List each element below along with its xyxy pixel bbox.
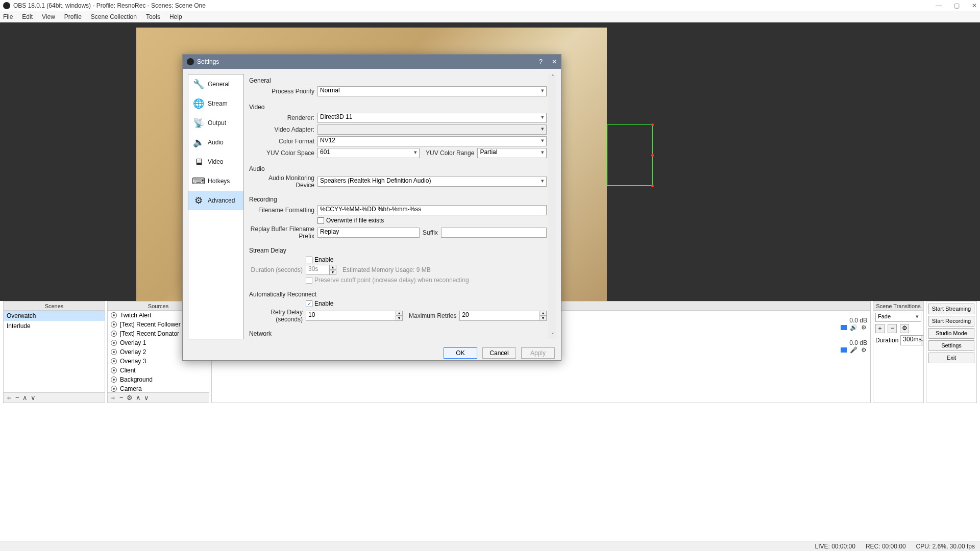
spin-down-icon[interactable]: ▼ bbox=[396, 316, 403, 321]
menu-profile[interactable]: Profile bbox=[64, 13, 82, 20]
section-recording: Recording bbox=[249, 196, 547, 203]
visibility-icon[interactable] bbox=[111, 312, 117, 318]
scroll-up-icon[interactable]: ˄ bbox=[551, 74, 554, 81]
replay-prefix-input[interactable]: Replay bbox=[317, 228, 420, 238]
dialog-title: Settings bbox=[197, 58, 539, 65]
selection-handle[interactable] bbox=[651, 185, 654, 187]
process-priority-combo[interactable]: Normal bbox=[317, 86, 547, 96]
move-down-icon[interactable]: ∨ bbox=[144, 394, 149, 402]
yuv-range-label: YUV Color Range bbox=[426, 149, 474, 157]
add-transition-icon[interactable]: ＋ bbox=[875, 324, 885, 333]
color-format-combo[interactable]: NV12 bbox=[317, 136, 547, 146]
filename-format-input[interactable]: %CCYY-%MM-%DD %hh-%mm-%ss bbox=[317, 205, 547, 215]
renderer-combo[interactable]: Direct3D 11 bbox=[317, 113, 547, 123]
add-source-icon[interactable]: ＋ bbox=[110, 393, 116, 403]
minimize-icon[interactable]: — bbox=[936, 2, 942, 9]
source-item[interactable]: Camera bbox=[108, 384, 209, 392]
scroll-down-icon[interactable]: ˅ bbox=[551, 332, 554, 339]
spin-up-icon: ▲ bbox=[329, 265, 336, 270]
exit-button[interactable]: Exit bbox=[928, 353, 974, 363]
move-down-icon[interactable]: ∨ bbox=[31, 394, 36, 402]
menu-scene-collection[interactable]: Scene Collection bbox=[91, 13, 137, 20]
close-icon[interactable]: ✕ bbox=[552, 58, 557, 65]
menu-view[interactable]: View bbox=[42, 13, 55, 20]
visibility-icon[interactable] bbox=[111, 358, 117, 364]
settings-scroll-area[interactable]: General Process Priority Normal Video Re… bbox=[249, 74, 549, 339]
transition-select[interactable]: Fade bbox=[875, 313, 921, 322]
overwrite-checkbox[interactable]: Overwrite if file exists bbox=[317, 217, 384, 224]
duration-input[interactable]: 300ms bbox=[900, 335, 921, 345]
scene-item[interactable]: Overwatch bbox=[4, 311, 105, 321]
spin-down-icon[interactable]: ▼ bbox=[540, 316, 547, 321]
volume-bar-icon[interactable] bbox=[841, 325, 847, 330]
move-up-icon[interactable]: ∧ bbox=[22, 394, 28, 402]
visibility-icon[interactable] bbox=[111, 367, 117, 373]
start-recording-button[interactable]: Start Recording bbox=[928, 316, 974, 327]
sidebar-item-video[interactable]: 🖥Video bbox=[188, 152, 243, 171]
sidebar-item-stream[interactable]: 🌐Stream bbox=[188, 94, 243, 113]
cancel-button[interactable]: Cancel bbox=[482, 347, 516, 359]
menu-edit[interactable]: Edit bbox=[22, 13, 33, 20]
ok-button[interactable]: OK bbox=[444, 347, 477, 359]
sidebar-item-audio[interactable]: 🔈Audio bbox=[188, 133, 243, 152]
menu-file[interactable]: File bbox=[3, 13, 13, 20]
visibility-icon[interactable] bbox=[111, 377, 117, 383]
menu-tools[interactable]: Tools bbox=[146, 13, 160, 20]
gear-icon[interactable]: ⚙ bbox=[860, 346, 867, 354]
yuv-range-combo[interactable]: Partial bbox=[477, 148, 547, 158]
settings-button[interactable]: Settings bbox=[928, 340, 974, 351]
remove-source-icon[interactable]: − bbox=[119, 394, 124, 402]
remove-scene-icon[interactable]: − bbox=[15, 394, 19, 402]
spin-up-icon[interactable]: ▲ bbox=[396, 311, 403, 316]
scrollbar[interactable]: ˄ ˅ bbox=[549, 74, 556, 339]
yuv-space-combo[interactable]: 601 bbox=[317, 148, 420, 158]
delay-duration-label: Duration (seconds) bbox=[249, 266, 303, 273]
sidebar-item-hotkeys[interactable]: ⌨Hotkeys bbox=[188, 171, 243, 191]
sidebar-item-output[interactable]: 📡Output bbox=[188, 113, 243, 133]
delay-enable-checkbox[interactable]: Enable bbox=[306, 256, 333, 263]
sidebar-item-advanced[interactable]: ⚙Advanced bbox=[188, 191, 243, 210]
mic-mute-icon[interactable]: 🎤 bbox=[850, 346, 857, 354]
add-scene-icon[interactable]: ＋ bbox=[6, 393, 12, 403]
visibility-icon[interactable] bbox=[111, 349, 117, 355]
maximize-icon[interactable]: ▢ bbox=[954, 2, 960, 9]
gear-icon[interactable]: ⚙ bbox=[860, 324, 867, 331]
visibility-icon[interactable] bbox=[111, 386, 117, 392]
retry-delay-input[interactable]: 10 bbox=[306, 311, 396, 321]
delay-estimate: Estimated Memory Usage: 9 MB bbox=[342, 266, 431, 273]
close-icon[interactable]: ✕ bbox=[972, 2, 977, 9]
advanced-icon: ⚙ bbox=[191, 193, 206, 208]
visibility-icon[interactable] bbox=[111, 340, 117, 346]
start-streaming-button[interactable]: Start Streaming bbox=[928, 304, 974, 314]
transition-settings-icon[interactable]: ⚙ bbox=[900, 324, 909, 333]
selection-handle[interactable] bbox=[651, 123, 654, 126]
reconnect-enable-label: Enable bbox=[314, 300, 333, 307]
visibility-icon[interactable] bbox=[111, 321, 117, 328]
studio-mode-button[interactable]: Studio Mode bbox=[928, 328, 974, 339]
remove-transition-icon[interactable]: − bbox=[888, 324, 897, 333]
status-live: LIVE: 00:00:00 bbox=[815, 543, 855, 550]
sidebar-item-label: Output bbox=[208, 119, 226, 127]
mon-device-combo[interactable]: Speakers (Realtek High Definition Audio) bbox=[317, 177, 547, 187]
help-icon[interactable]: ? bbox=[539, 58, 543, 65]
speaker-icon[interactable]: 🔊 bbox=[850, 324, 857, 331]
controls-panel: Start Streaming Start Recording Studio M… bbox=[926, 301, 977, 403]
source-item[interactable]: Background bbox=[108, 375, 209, 384]
max-retries-input[interactable]: 20 bbox=[459, 311, 540, 321]
spin-up-icon[interactable]: ▲ bbox=[540, 311, 547, 316]
section-video: Video bbox=[249, 104, 547, 111]
menu-help[interactable]: Help bbox=[169, 13, 182, 20]
source-item[interactable]: Client bbox=[108, 366, 209, 375]
sidebar-item-general[interactable]: 🔧General bbox=[188, 74, 243, 94]
scene-item[interactable]: Interlude bbox=[4, 321, 105, 331]
source-properties-icon[interactable]: ⚙ bbox=[127, 394, 133, 402]
mon-device-label: Audio Monitoring Device bbox=[249, 174, 314, 189]
dialog-titlebar[interactable]: Settings ? ✕ bbox=[183, 55, 561, 69]
suffix-input[interactable] bbox=[441, 228, 547, 238]
selection-rect[interactable] bbox=[607, 124, 653, 186]
move-up-icon[interactable]: ∧ bbox=[136, 394, 141, 402]
reconnect-enable-checkbox[interactable]: ✓Enable bbox=[306, 300, 333, 307]
volume-bar-icon[interactable] bbox=[841, 347, 847, 353]
selection-handle[interactable] bbox=[651, 154, 654, 157]
visibility-icon[interactable] bbox=[111, 331, 117, 337]
